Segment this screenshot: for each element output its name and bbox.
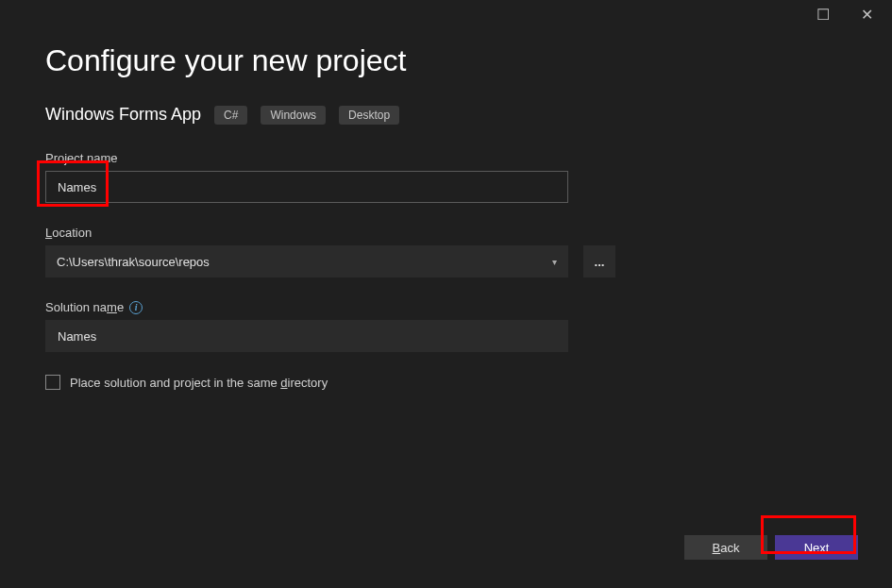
info-icon[interactable]: i <box>129 301 143 314</box>
template-row: Windows Forms App C# Windows Desktop <box>45 105 845 125</box>
close-icon: ✕ <box>861 6 873 24</box>
title-bar: ☐ ✕ <box>0 0 892 28</box>
location-value: C:\Users\thrak\source\repos <box>57 255 210 269</box>
same-directory-label: Place solution and project in the same d… <box>70 376 328 390</box>
location-field: Location C:\Users\thrak\source\repos ▾ .… <box>45 226 845 277</box>
content-area: Configure your new project Windows Forms… <box>0 28 892 390</box>
next-button[interactable]: Next <box>775 535 858 560</box>
same-directory-checkbox[interactable] <box>45 375 60 390</box>
solution-name-input[interactable] <box>45 320 568 352</box>
maximize-button[interactable]: ☐ <box>801 0 845 28</box>
project-name-label: Project name <box>45 151 845 165</box>
project-name-field: Project name <box>45 151 845 203</box>
page-title: Configure your new project <box>45 43 845 78</box>
tag-type: Desktop <box>339 106 399 125</box>
back-button[interactable]: Back <box>684 535 767 560</box>
project-name-input[interactable] <box>45 171 568 203</box>
maximize-icon: ☐ <box>816 6 830 24</box>
solution-name-field: Solution name i <box>45 300 845 352</box>
close-button[interactable]: ✕ <box>845 0 888 28</box>
solution-name-label: Solution name <box>45 300 124 314</box>
location-label: Location <box>45 226 845 240</box>
tag-language: C# <box>214 106 247 125</box>
browse-button[interactable]: ... <box>583 245 615 277</box>
location-dropdown[interactable]: C:\Users\thrak\source\repos ▾ <box>45 245 568 277</box>
footer-buttons: Back Next <box>684 535 858 560</box>
chevron-down-icon: ▾ <box>552 257 557 267</box>
tag-platform: Windows <box>261 106 326 125</box>
same-directory-row: Place solution and project in the same d… <box>45 375 845 390</box>
template-name: Windows Forms App <box>45 105 201 125</box>
